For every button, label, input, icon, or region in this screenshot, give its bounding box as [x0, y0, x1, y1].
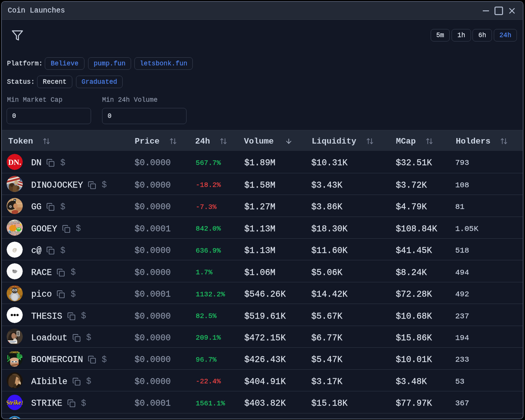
svg-text:BOOMERCO: BOOMERCO [8, 351, 22, 354]
svg-text:@: @ [12, 247, 17, 253]
svg-text:Strike!: Strike! [7, 399, 23, 406]
svg-text:picoPENGUIN: picoPENGUIN [8, 285, 21, 287]
svg-text:DN.: DN. [8, 158, 21, 166]
